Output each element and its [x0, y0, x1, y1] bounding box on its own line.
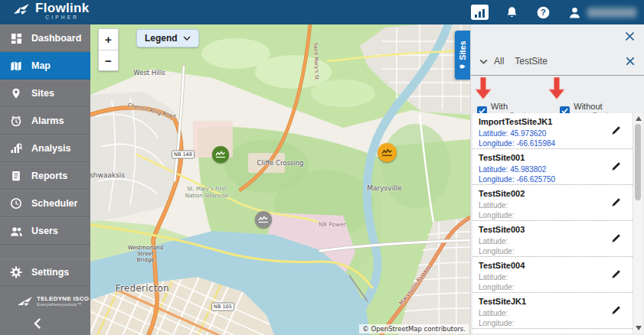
scroll-up-arrow-icon[interactable]: [636, 116, 642, 121]
sidebar-item-label: Dashboard: [31, 33, 81, 44]
map-container: West Hills Cliffe Crossing Nashwaaksis S…: [90, 24, 470, 335]
sidebar-item-sites[interactable]: Sites: [0, 80, 90, 107]
zoom-in-button[interactable]: +: [99, 29, 118, 50]
dashboard-grid-icon: [9, 32, 23, 44]
site-name: TestSite004: [479, 261, 614, 270]
legend-button[interactable]: Legend: [136, 29, 199, 47]
flow-wave-icon: [381, 148, 393, 157]
sidebar-item-dashboard[interactable]: Dashboard: [0, 24, 90, 52]
sidebar-item-alarms[interactable]: Alarms: [0, 107, 90, 135]
teledyne-title: TELEDYNE ISCO: [37, 296, 89, 303]
help-icon[interactable]: ?: [537, 6, 550, 19]
site-latitude: Latitude:: [479, 237, 614, 247]
flowlink-leaf-icon: [12, 2, 31, 18]
site-list-item[interactable]: ImportTestSiteJK1 Latitude: 45.973620 Lo…: [472, 113, 633, 149]
sidebar-item-label: Analysis: [31, 143, 70, 154]
site-longitude: Longitude:: [479, 319, 614, 329]
edit-site-button[interactable]: [610, 161, 622, 172]
site-list: ImportTestSiteJK1 Latitude: 45.973620 Lo…: [472, 113, 642, 333]
site-marker-gray[interactable]: [255, 211, 272, 228]
site-longitude: Longitude:: [479, 211, 614, 221]
site-name: TestSiteJK1: [479, 297, 614, 306]
sidebar-item-label: Scheduler: [31, 198, 77, 209]
sidebar: Dashboard Map Sites Alarms Analysis Repo: [0, 24, 90, 335]
site-latitude: Latitude: 45.983802: [479, 165, 614, 175]
map-canvas[interactable]: [90, 24, 470, 335]
teledyne-arrow-icon: [17, 296, 34, 307]
zoom-out-button[interactable]: −: [99, 50, 118, 70]
user-icon[interactable]: [568, 6, 581, 19]
list-scrollbar[interactable]: [633, 113, 642, 333]
users-icon: [9, 225, 23, 237]
sidebar-item-scheduler[interactable]: Scheduler: [0, 190, 90, 217]
filter-clear-button[interactable]: [626, 57, 635, 66]
panel-divider: [471, 75, 644, 76]
site-name: TestSite002: [479, 189, 614, 198]
svg-text:?: ?: [541, 8, 546, 17]
chevron-down-icon[interactable]: [479, 59, 488, 64]
site-list-item[interactable]: TestSite002 Latitude: Longitude:: [472, 185, 633, 221]
sidebar-item-label: Reports: [31, 171, 67, 181]
analysis-chart-icon: [9, 142, 23, 154]
site-longitude: Longitude:: [479, 283, 614, 293]
site-longitude: Longitude:: [479, 247, 614, 257]
scrollbar-thumb[interactable]: [635, 124, 641, 200]
road-shield-nb105: NB 105: [211, 303, 234, 311]
gear-icon: [9, 266, 23, 278]
edit-site-button[interactable]: [610, 125, 622, 136]
edit-site-button[interactable]: [610, 233, 622, 244]
site-list-item[interactable]: TestSite003 Latitude: Longitude:: [472, 221, 633, 257]
sites-panel: All TestSite With coordinates Without co…: [470, 24, 644, 335]
sidebar-item-settings[interactable]: Settings: [0, 259, 90, 286]
clock-icon: [9, 197, 23, 210]
osm-attribution[interactable]: © OpenStreetMap contributors.: [359, 324, 469, 333]
site-filter-row: All TestSite: [479, 56, 635, 67]
site-list-item[interactable]: TestSite001 Latitude: 45.983802 Longitud…: [472, 149, 633, 185]
site-latitude: Latitude:: [479, 201, 614, 211]
collapse-sidebar-button[interactable]: [0, 318, 90, 330]
user-name-redacted[interactable]: [587, 8, 636, 18]
brand-logo: Flowlink CIPHER: [12, 2, 89, 21]
edit-site-button[interactable]: [610, 197, 622, 208]
sidebar-item-users[interactable]: Users: [0, 217, 90, 245]
zoom-control: + −: [98, 28, 119, 71]
location-pin-icon: [459, 63, 466, 70]
sites-panel-tab[interactable]: Sites: [455, 31, 470, 80]
red-down-arrow-annotation: [475, 77, 492, 99]
site-name: TestSite003: [479, 225, 614, 234]
close-icon: [625, 31, 635, 41]
chevron-down-icon: [183, 36, 191, 41]
teledyne-isco-logo: TELEDYNE ISCO Everywhereyoulook™: [0, 296, 90, 307]
edit-site-button[interactable]: [610, 268, 622, 280]
panel-close-button[interactable]: [625, 31, 635, 41]
sidebar-item-label: Settings: [31, 267, 69, 278]
sidebar-spacer: [0, 245, 90, 259]
location-pin-icon: [9, 87, 23, 99]
site-marker-green[interactable]: [212, 146, 229, 163]
legend-label: Legend: [145, 33, 178, 44]
site-marker-amber[interactable]: [378, 143, 397, 162]
site-list-item[interactable]: TestSite004 Latitude: Longitude:: [472, 257, 633, 293]
chart-panel-icon[interactable]: [471, 5, 489, 20]
filter-search-term: TestSite: [515, 56, 548, 67]
flow-wave-icon: [215, 151, 226, 158]
alarm-clock-icon: [9, 115, 23, 127]
site-latitude: Latitude: 45.973620: [479, 129, 614, 139]
scroll-down-arrow-icon[interactable]: [636, 326, 642, 330]
edit-site-button[interactable]: [610, 304, 622, 316]
site-list-item[interactable]: TestSiteJK1 Latitude: Longitude:: [472, 293, 633, 329]
sidebar-item-map[interactable]: Map: [0, 52, 90, 80]
chevron-left-icon: [34, 318, 41, 329]
site-latitude: Latitude:: [479, 309, 614, 319]
red-down-arrow-annotation: [548, 77, 565, 99]
close-icon: [626, 57, 635, 66]
sidebar-item-reports[interactable]: Reports: [0, 162, 90, 190]
sidebar-item-label: Alarms: [31, 115, 64, 126]
site-longitude: Longitude: -66.615984: [479, 139, 614, 149]
filter-scope-label[interactable]: All: [494, 56, 504, 67]
flow-wave-icon: [258, 216, 269, 223]
sidebar-item-label: Sites: [31, 88, 54, 99]
sidebar-item-label: Users: [31, 226, 58, 236]
notifications-bell-icon[interactable]: [505, 5, 518, 19]
sidebar-item-analysis[interactable]: Analysis: [0, 135, 90, 162]
